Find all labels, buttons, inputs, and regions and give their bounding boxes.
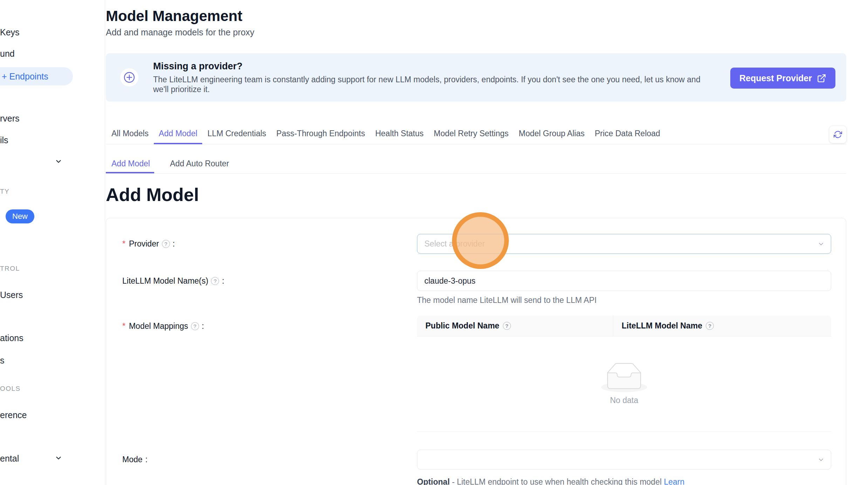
tab-model-group-alias[interactable]: Model Group Alias (519, 123, 585, 144)
mode-help-text: Optional - LiteLLM endpoint to use when … (417, 477, 684, 485)
table-header-row: Public Model Name ? LiteLLM Model Name ? (417, 316, 831, 337)
mode-help-rest: - LiteLLM endpoint to use when health ch… (450, 477, 664, 485)
sidebar-item-organizations[interactable]: ations (0, 333, 23, 343)
sync-icon (834, 130, 842, 139)
provider-select[interactable]: Select a provider (417, 234, 831, 254)
external-link-icon (817, 74, 826, 83)
column-litellm-model-name: LiteLLM Model Name ? (613, 316, 714, 336)
subtab-add-model[interactable]: Add Model (106, 154, 154, 173)
column-public-model-name: Public Model Name ? (417, 316, 613, 336)
sidebar-item-virtual-keys[interactable]: Keys (0, 27, 20, 37)
missing-provider-banner: Missing a provider? The LiteLLM engineer… (106, 53, 846, 102)
table-empty-state: No data (417, 337, 831, 432)
provider-label: * Provider ? : (122, 234, 175, 254)
banner-title: Missing a provider? (153, 61, 242, 72)
learn-more-link[interactable]: Learn (664, 477, 684, 485)
tab-llm-credentials[interactable]: LLM Credentials (207, 123, 266, 144)
mode-help-optional: Optional (417, 477, 450, 485)
tab-pass-through-endpoints[interactable]: Pass-Through Endpoints (276, 123, 365, 144)
empty-inbox-icon (601, 363, 647, 392)
add-model-form-card: * Provider ? : Select a provider LiteLLM… (106, 218, 846, 485)
tab-health-status[interactable]: Health Status (375, 123, 424, 144)
sidebar-section-header: TY (0, 188, 9, 195)
provider-placeholder: Select a provider (424, 239, 485, 249)
required-asterisk: * (122, 239, 125, 249)
sidebar-section-header-tools: OOLS (0, 385, 21, 393)
plus-circle-icon (120, 68, 138, 86)
tab-price-data-reload[interactable]: Price Data Reload (595, 123, 660, 144)
banner-text-line2: we'll prioritize it. (153, 85, 210, 94)
no-data-text: No data (610, 396, 638, 405)
mode-label: Mode : (122, 450, 148, 470)
sidebar-item-models-endpoints-active[interactable]: + Endpoints (0, 67, 73, 85)
chevron-down-icon[interactable] (55, 158, 62, 165)
chevron-down-icon[interactable] (55, 454, 62, 462)
sidebar-section-header-access-control: TROL (0, 265, 20, 272)
help-icon[interactable]: ? (211, 277, 219, 285)
subtab-add-auto-router[interactable]: Add Auto Router (170, 154, 229, 173)
litellm-model-name-input[interactable] (424, 276, 824, 286)
help-icon[interactable]: ? (191, 322, 199, 330)
required-asterisk: * (122, 321, 125, 331)
sidebar-item-label: + Endpoints (0, 71, 48, 82)
sidebar-item-servers[interactable]: rvers (0, 113, 20, 124)
mode-select[interactable] (417, 450, 831, 470)
page-title: Model Management (106, 8, 242, 25)
page-subtitle: Add and manage models for the proxy (106, 27, 254, 37)
sidebar-item-teams[interactable]: s (0, 355, 5, 366)
tab-bar: All Models Add Model LLM Credentials Pas… (106, 123, 846, 144)
sidebar-item-playground[interactable]: und (0, 49, 15, 59)
refresh-button[interactable] (829, 126, 847, 143)
chevron-down-icon (818, 241, 825, 248)
tab-all-models[interactable]: All Models (111, 123, 149, 144)
tab-model-retry-settings[interactable]: Model Retry Settings (434, 123, 508, 144)
sidebar-item-guardrails[interactable]: ils (0, 135, 8, 145)
subtab-bar: Add Model Add Auto Router (106, 154, 846, 174)
new-badge[interactable]: New (6, 209, 34, 223)
litellm-model-name-help-text: The model name LiteLLM will send to the … (417, 296, 597, 305)
request-provider-label: Request Provider (739, 73, 812, 83)
sidebar-item-experimental[interactable]: ental (0, 453, 19, 464)
chevron-down-icon (818, 456, 825, 463)
banner-text-line1: The LiteLLM engineering team is constant… (153, 75, 700, 84)
sidebar-item-inference[interactable]: erence (0, 410, 27, 420)
help-icon[interactable]: ? (503, 322, 511, 330)
litellm-model-name-label: LiteLLM Model Name(s) ? : (122, 271, 224, 291)
tab-add-model[interactable]: Add Model (159, 123, 197, 144)
request-provider-button[interactable]: Request Provider (730, 68, 835, 89)
model-mappings-label: * Model Mappings ? : (122, 316, 204, 337)
sidebar-item-internal-users[interactable]: Users (0, 290, 23, 300)
model-mappings-table: Public Model Name ? LiteLLM Model Name ?… (417, 316, 831, 432)
help-icon[interactable]: ? (162, 240, 170, 248)
litellm-model-name-field (417, 271, 831, 291)
help-icon[interactable]: ? (706, 322, 714, 330)
add-model-heading: Add Model (106, 184, 199, 205)
sidebar: Keys und + Endpoints rvers ils TY New TR… (0, 0, 105, 485)
